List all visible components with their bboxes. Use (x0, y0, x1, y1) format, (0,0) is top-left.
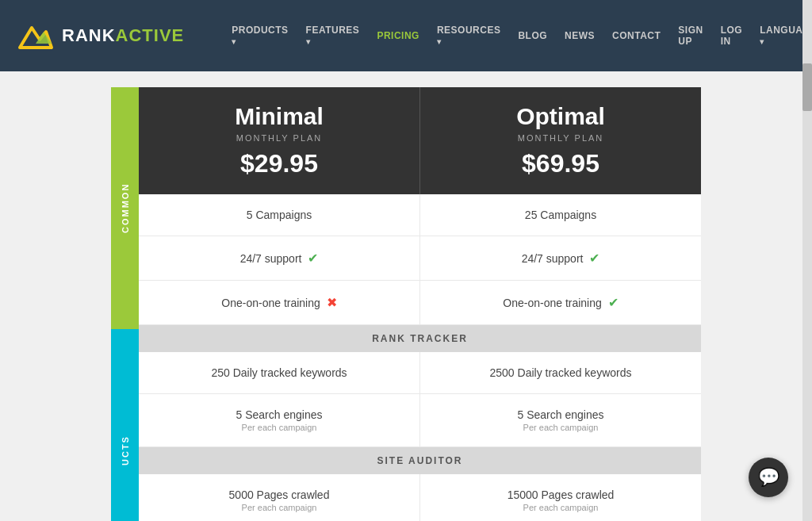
nav-signup[interactable]: SIGN UP (678, 25, 703, 47)
site-auditor-header: SITE AUDITOR (139, 447, 701, 474)
minimal-training: One-on-one training ✖ (139, 281, 419, 324)
plan-minimal-name: Minimal (147, 103, 412, 130)
table-row: 24/7 support ✔ 24/7 support ✔ (139, 236, 701, 281)
chat-icon: 💬 (758, 467, 779, 488)
plan-optimal-period: MONTHLY PLAN (428, 133, 693, 143)
rank-tracker-header: RANK TRACKER (139, 325, 701, 352)
nav-resources[interactable]: RESOURCES (437, 25, 501, 47)
nav-contact[interactable]: CONTACT (612, 30, 661, 41)
navbar: RANK ACTIVE PRODUCTS FEATURES PRICING RE… (0, 0, 812, 71)
table-row: 5000 Pages crawled Per each campaign 150… (139, 474, 701, 521)
table-row: 250 Daily tracked keywords 2500 Daily tr… (139, 352, 701, 394)
optimal-keywords: 2500 Daily tracked keywords (419, 352, 701, 393)
logo-active: ACTIVE (116, 25, 185, 46)
plan-headers: Minimal MONTHLY PLAN $29.95 Optimal MONT… (139, 87, 701, 194)
minimal-support: 24/7 support ✔ (139, 236, 419, 280)
side-label-common: COMMON (111, 87, 139, 329)
minimal-pages: 5000 Pages crawled Per each campaign (139, 474, 419, 521)
nav-blog[interactable]: BLOG (518, 30, 547, 41)
nav-features[interactable]: FEATURES (306, 25, 360, 47)
logo-icon (16, 20, 56, 52)
table-row: 5 Campaigns 25 Campaigns (139, 194, 701, 236)
logo[interactable]: RANK ACTIVE (16, 20, 184, 52)
nav-pricing[interactable]: PRICING (377, 30, 419, 41)
minimal-search-engines: 5 Search engines Per each campaign (139, 394, 419, 446)
minimal-keywords: 250 Daily tracked keywords (139, 352, 419, 393)
pricing-wrap: COMMON UCTS Minimal MONTHLY PLAN $29.95 … (111, 87, 701, 521)
nav-news[interactable]: NEWS (565, 30, 595, 41)
main-content: COMMON UCTS Minimal MONTHLY PLAN $29.95 … (0, 71, 812, 521)
plan-optimal: Optimal MONTHLY PLAN $69.95 (419, 87, 701, 194)
pricing-table: Minimal MONTHLY PLAN $29.95 Optimal MONT… (139, 87, 701, 521)
check-icon: ✔ (589, 251, 599, 265)
plan-minimal-price: $29.95 (147, 149, 412, 178)
plan-minimal-period: MONTHLY PLAN (147, 133, 412, 143)
check-icon: ✔ (608, 296, 619, 309)
side-label-products: UCTS (111, 329, 139, 521)
common-rows: 5 Campaigns 25 Campaigns 24/7 support ✔ … (139, 194, 701, 521)
optimal-search-engines: 5 Search engines Per each campaign (419, 394, 701, 446)
scrollbar[interactable] (802, 0, 812, 521)
nav-links: PRODUCTS FEATURES PRICING RESOURCES BLOG… (232, 25, 812, 47)
logo-rank: RANK (62, 25, 116, 46)
check-icon: ✔ (308, 251, 318, 265)
plan-optimal-price: $69.95 (428, 149, 693, 178)
chat-button[interactable]: 💬 (749, 458, 788, 497)
side-labels: COMMON UCTS (111, 87, 139, 521)
table-row: One-on-one training ✖ One-on-one trainin… (139, 281, 701, 325)
nav-login[interactable]: LOG IN (721, 25, 743, 47)
optimal-support: 24/7 support ✔ (419, 236, 701, 280)
optimal-pages: 15000 Pages crawled Per each campaign (419, 474, 701, 521)
optimal-training: One-on-one training ✔ (419, 281, 701, 324)
optimal-campaigns: 25 Campaigns (419, 194, 701, 236)
plan-optimal-name: Optimal (428, 103, 693, 130)
plan-minimal: Minimal MONTHLY PLAN $29.95 (139, 87, 419, 194)
table-row: 5 Search engines Per each campaign 5 Sea… (139, 394, 701, 447)
minimal-campaigns: 5 Campaigns (139, 194, 419, 236)
scrollbar-thumb[interactable] (802, 63, 812, 111)
cross-icon: ✖ (327, 296, 337, 309)
nav-products[interactable]: PRODUCTS (232, 25, 288, 47)
